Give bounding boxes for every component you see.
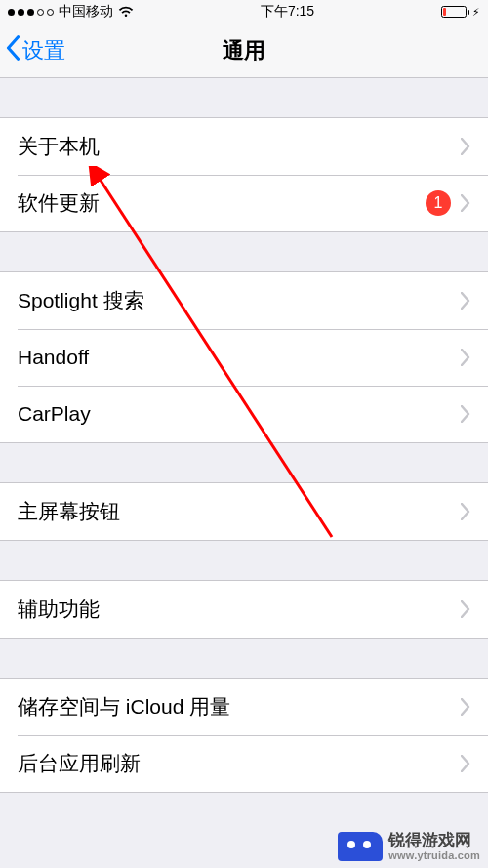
notification-badge: 1 [426, 190, 451, 216]
charging-icon: ⚡︎ [472, 6, 480, 19]
watermark-line1: 锐得游戏网 [388, 831, 480, 850]
cell-label: 软件更新 [18, 189, 426, 217]
cell-software-update[interactable]: 软件更新 1 [0, 175, 488, 231]
cell-background-refresh[interactable]: 后台应用刷新 [0, 735, 488, 792]
page-title: 通用 [0, 36, 488, 65]
cell-label: 辅助功能 [18, 596, 461, 623]
cell-carplay[interactable]: CarPlay [0, 386, 488, 442]
back-label: 设置 [22, 36, 65, 65]
cell-label: 关于本机 [18, 133, 461, 160]
status-time: 下午7:15 [261, 3, 314, 21]
cell-label: CarPlay [18, 402, 461, 426]
cell-handoff[interactable]: Handoff [0, 329, 488, 386]
chevron-right-icon [461, 405, 470, 423]
chevron-right-icon [461, 138, 470, 155]
chevron-left-icon [6, 35, 20, 66]
chevron-right-icon [461, 600, 470, 618]
settings-group: 储存空间与 iCloud 用量 后台应用刷新 [0, 678, 488, 793]
signal-strength-icon [8, 9, 54, 16]
status-right: ⚡︎ [441, 6, 480, 19]
chevron-right-icon [461, 349, 470, 366]
cell-home-button[interactable]: 主屏幕按钮 [0, 483, 488, 540]
status-left: 中国移动 [8, 3, 134, 21]
chevron-right-icon [461, 194, 470, 212]
cell-accessibility[interactable]: 辅助功能 [0, 581, 488, 638]
watermark-logo-icon [338, 832, 383, 861]
cell-label: Spotlight 搜索 [18, 287, 461, 314]
status-bar: 中国移动 下午7:15 ⚡︎ [0, 0, 488, 23]
cell-label: 储存空间与 iCloud 用量 [18, 693, 461, 721]
cell-label: Handoff [18, 346, 461, 369]
chevron-right-icon [461, 292, 470, 310]
watermark: 锐得游戏网 www.ytruida.com [330, 825, 488, 868]
battery-icon [441, 6, 467, 18]
cell-storage-icloud[interactable]: 储存空间与 iCloud 用量 [0, 679, 488, 735]
back-button[interactable]: 设置 [0, 35, 71, 66]
wifi-icon [118, 6, 134, 18]
cell-label: 主屏幕按钮 [18, 498, 461, 525]
chevron-right-icon [461, 503, 470, 520]
settings-group: 主屏幕按钮 [0, 482, 488, 541]
chevron-right-icon [461, 755, 470, 772]
watermark-line2: www.ytruida.com [388, 849, 480, 862]
cell-spotlight[interactable]: Spotlight 搜索 [0, 272, 488, 329]
nav-bar: 设置 通用 [0, 23, 488, 78]
cell-about[interactable]: 关于本机 [0, 118, 488, 175]
carrier-label: 中国移动 [59, 3, 113, 21]
settings-group: Spotlight 搜索 Handoff CarPlay [0, 271, 488, 443]
cell-label: 后台应用刷新 [18, 750, 461, 777]
watermark-text: 锐得游戏网 www.ytruida.com [388, 831, 480, 862]
settings-group: 辅助功能 [0, 580, 488, 639]
settings-group: 关于本机 软件更新 1 [0, 117, 488, 232]
chevron-right-icon [461, 698, 470, 716]
